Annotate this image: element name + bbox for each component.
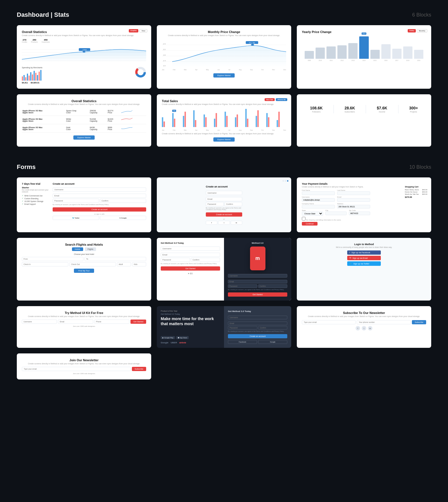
checkin-field[interactable] xyxy=(22,262,68,266)
bar-2011 xyxy=(326,46,336,59)
tm-phone[interactable] xyxy=(94,320,129,324)
sb-blue-11 xyxy=(266,113,268,127)
address-input[interactable] xyxy=(337,205,370,208)
create-account-button-centered[interactable]: Create an account xyxy=(206,212,242,217)
tm-email[interactable] xyxy=(58,320,93,324)
username-centered[interactable] xyxy=(206,191,242,195)
company-input[interactable] xyxy=(302,205,335,208)
jn-subscribe-button[interactable]: Subscribe xyxy=(132,367,146,371)
last-name-input[interactable] xyxy=(337,191,370,195)
tab-flights[interactable]: Flights xyxy=(85,247,96,251)
dark-get-started[interactable]: Get Started xyxy=(228,292,287,297)
dark-confirm[interactable] xyxy=(258,284,288,288)
month-may: May xyxy=(206,69,209,71)
cart-item-3: Worth the Talk Tee $40.00 xyxy=(405,193,427,195)
password-centered[interactable] xyxy=(206,202,224,206)
password-input-trial[interactable] xyxy=(53,199,99,203)
method-password-row xyxy=(161,258,220,262)
subscribe-button[interactable]: Subscribe xyxy=(412,320,426,324)
kids-field[interactable] xyxy=(132,262,146,266)
find-tour-button[interactable]: Find My Tour xyxy=(74,269,94,273)
method-password[interactable] xyxy=(161,258,190,262)
password-confirm-row xyxy=(53,199,146,203)
confirm-input-trial[interactable] xyxy=(100,199,146,203)
explore-market-button-monthly[interactable]: Explore Market xyxy=(213,73,234,78)
social-fb-centered[interactable]: f xyxy=(206,221,217,225)
social-icon-f[interactable]: f xyxy=(356,326,360,330)
tm-username[interactable] xyxy=(22,320,57,324)
product-google-btn[interactable]: Google xyxy=(258,340,287,344)
stat-products-label: Products xyxy=(31,41,38,43)
get-started-button[interactable]: Get Started xyxy=(161,266,220,271)
sb-blue-7 xyxy=(225,112,226,127)
sb-red-1 xyxy=(164,121,165,127)
checkout-field[interactable] xyxy=(69,262,116,266)
method-email[interactable] xyxy=(161,253,220,257)
name-row: First Name Last Name xyxy=(302,189,370,195)
section-title-forms: Forms xyxy=(17,163,36,171)
username-payment-input[interactable] xyxy=(302,198,335,202)
product-capacity-3: 64GBCapacity xyxy=(89,124,107,133)
continue-button[interactable]: Continue xyxy=(302,222,318,226)
sb-red-2 xyxy=(174,119,175,127)
fb-login-button[interactable]: f Sign up via Facebook xyxy=(347,250,381,255)
first-name-input[interactable] xyxy=(302,191,335,195)
twitter-login-button[interactable]: 🐦 Sign up via Twitter xyxy=(347,261,381,266)
method-username[interactable] xyxy=(161,247,220,251)
sb-red-6 xyxy=(216,113,217,127)
product-top: Product of the Year Get Method 3.0 Today… xyxy=(161,310,220,329)
social-icon-t[interactable]: t xyxy=(362,326,366,330)
product-chart-1 xyxy=(121,107,146,116)
sub-phone-input[interactable] xyxy=(357,320,410,324)
dark-username[interactable] xyxy=(228,274,287,278)
jn-email-input[interactable] xyxy=(22,367,131,371)
stat-num-subscribers: 28.6K Subscribers xyxy=(344,106,355,113)
product-confirm[interactable] xyxy=(258,326,288,330)
from-field[interactable] xyxy=(22,257,83,261)
confirm-centered[interactable] xyxy=(225,202,242,206)
method-confirm[interactable] xyxy=(191,258,220,262)
social-icon-in[interactable]: in xyxy=(368,326,372,330)
zip-input[interactable] xyxy=(349,212,370,215)
product-create-button[interactable]: Create an account xyxy=(228,334,287,338)
trial-plan-sub: No credit email and connect your network xyxy=(22,189,50,193)
email-centered[interactable] xyxy=(206,197,242,201)
state-select[interactable]: Choose State xyxy=(302,212,323,216)
username-input-trial[interactable] xyxy=(53,187,146,192)
stat-divider-2 xyxy=(366,105,366,113)
city-input[interactable] xyxy=(325,212,347,215)
explore-market-button-sales[interactable]: Explore Market xyxy=(213,137,234,142)
social-tw-centered[interactable]: t xyxy=(218,221,230,225)
billing-checkbox[interactable] xyxy=(302,217,305,220)
bar-11 xyxy=(39,72,40,81)
email-payment-input[interactable] xyxy=(337,198,370,202)
sf-label: Choose your best hotel xyxy=(22,253,146,255)
yearly-bar-chart: 2014 xyxy=(302,36,426,59)
sb-red-12 xyxy=(278,112,280,127)
explore-market-button-table[interactable]: Explore Market xyxy=(73,135,94,140)
state-label: State xyxy=(302,210,323,211)
dark-password[interactable] xyxy=(228,284,257,288)
social-google-trial[interactable]: G Google xyxy=(100,216,146,220)
create-account-button-trial[interactable]: Create an account xyxy=(53,207,146,212)
sb-blue-2: 50k xyxy=(172,113,174,127)
tab-hotels[interactable]: Hotels xyxy=(72,247,83,251)
social-twitter-trial[interactable]: 🐦 Twitter xyxy=(53,216,99,220)
product-facebook-btn[interactable]: Facebook xyxy=(228,340,257,344)
product-username[interactable] xyxy=(228,316,287,319)
email-input-trial[interactable] xyxy=(53,194,146,198)
dark-email[interactable] xyxy=(228,280,287,283)
section-forms: Forms 10 Blocks 7 days free trial Starte… xyxy=(17,163,431,379)
social-in-centered[interactable]: in xyxy=(231,221,242,225)
to-field[interactable] xyxy=(85,257,146,261)
sub-email-input[interactable] xyxy=(302,320,356,324)
tm-get-started[interactable]: Get Started xyxy=(130,320,146,324)
bar-2009 xyxy=(305,51,314,59)
email-login-button[interactable]: ✉ Sign up via Email xyxy=(347,256,381,260)
sales-month-aug: Aug xyxy=(239,129,242,131)
product-password[interactable] xyxy=(228,326,257,330)
product-email[interactable] xyxy=(228,322,287,325)
card-create-centered: Create an account By creating an account… xyxy=(157,177,291,232)
adults-field[interactable] xyxy=(117,262,131,266)
badge-graphic: Graphic xyxy=(129,29,139,32)
